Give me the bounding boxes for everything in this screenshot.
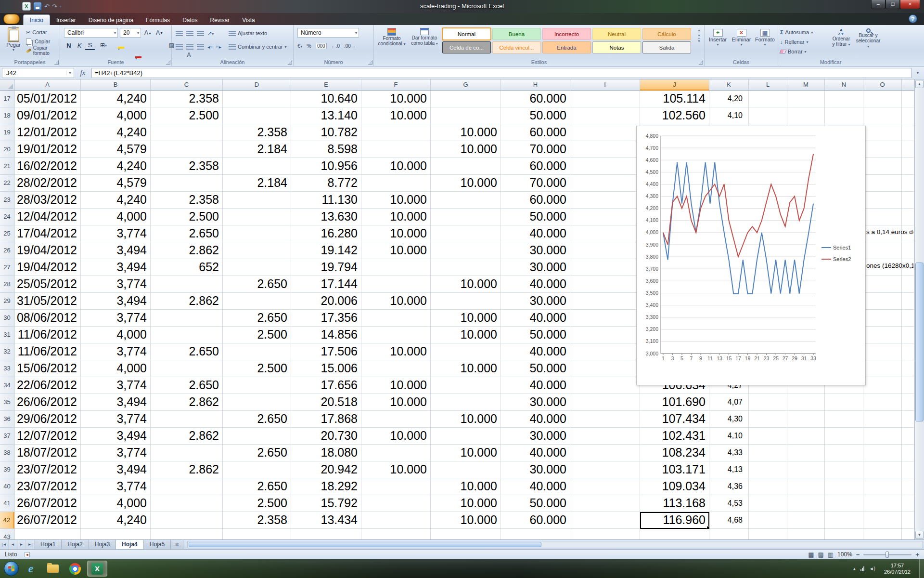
cell-O42[interactable] [863, 512, 902, 529]
cell-G37[interactable] [431, 428, 501, 445]
cell-C40[interactable] [151, 478, 223, 495]
row-header-38[interactable]: 38 [0, 445, 14, 461]
cell-C39[interactable]: 2.862 [151, 461, 223, 478]
volume-icon[interactable]: ◄) [869, 566, 875, 571]
cell-O24[interactable] [863, 209, 902, 225]
cell-O35[interactable] [863, 394, 902, 411]
decrease-decimal-icon[interactable]: .00→ [344, 43, 356, 49]
cell-partial[interactable] [902, 310, 914, 327]
scroll-down-icon[interactable]: ▼ [915, 531, 924, 539]
cell-B30[interactable]: 3,774 [81, 310, 151, 327]
cell-A30[interactable]: 08/06/2012 [14, 310, 81, 327]
cell-style-chip[interactable]: Cálculo [642, 28, 691, 40]
cell-D38[interactable]: 2.650 [223, 445, 291, 461]
cell-partial[interactable] [902, 276, 914, 293]
cell-K39[interactable]: 4,13 [709, 461, 749, 478]
column-header-partial[interactable] [902, 79, 914, 91]
cell-H37[interactable]: 30.000 [501, 428, 570, 445]
cell-E17[interactable]: 10.640 [291, 91, 361, 107]
cell-K36[interactable]: 4,30 [709, 411, 749, 428]
cell-F34[interactable]: 10.000 [361, 377, 431, 394]
cell-K42[interactable]: 4,68 [709, 512, 749, 529]
gallery-scroll-down-icon[interactable]: ▾ [698, 33, 700, 38]
cell-F37[interactable]: 10.000 [361, 428, 431, 445]
gallery-scroll-up-icon[interactable]: ▴ [698, 28, 700, 32]
cell-O31[interactable] [863, 327, 902, 343]
cell-O18[interactable] [863, 107, 902, 124]
sort-filter-button[interactable]: AZ▼ Ordenary filtrar ▾ [828, 28, 854, 47]
cell-K41[interactable]: 4,53 [709, 495, 749, 512]
cell-I30[interactable] [570, 310, 640, 327]
cell-E31[interactable]: 14.856 [291, 327, 361, 343]
vertical-scrollbar[interactable]: ▲ ▼ [914, 79, 924, 539]
cell-G24[interactable] [431, 209, 501, 225]
cell-B18[interactable]: 4,000 [81, 107, 151, 124]
cell-F24[interactable]: 10.000 [361, 209, 431, 225]
cell-B40[interactable]: 3,774 [81, 478, 151, 495]
cell-H23[interactable]: 60.000 [501, 192, 570, 209]
cell-partial[interactable] [902, 377, 914, 394]
record-macro-icon[interactable] [25, 552, 30, 557]
row-header-17[interactable]: 17 [0, 91, 14, 107]
cell-G39[interactable] [431, 461, 501, 478]
wrap-text-button[interactable]: Ajustar texto [229, 29, 267, 38]
cell-I23[interactable] [570, 192, 640, 209]
close-button[interactable]: × [900, 0, 920, 9]
increase-indent-icon[interactable]: ≡▸ [216, 44, 221, 50]
cell-I25[interactable] [570, 225, 640, 242]
align-top-icon[interactable] [176, 31, 183, 36]
cell-F19[interactable] [361, 124, 431, 141]
cell-F21[interactable]: 10.000 [361, 158, 431, 175]
row-header-34[interactable]: 34 [0, 377, 14, 394]
cell-C37[interactable]: 2.862 [151, 428, 223, 445]
cell-F39[interactable]: 10.000 [361, 461, 431, 478]
cell-O23[interactable] [863, 192, 902, 209]
cell-D37[interactable] [223, 428, 291, 445]
cell-F35[interactable]: 10.000 [361, 394, 431, 411]
last-sheet-icon[interactable]: ►| [26, 540, 35, 549]
cell-H32[interactable]: 40.000 [501, 343, 570, 360]
sheet-tab-hoja5[interactable]: Hoja5 [144, 540, 171, 549]
ribbon-tab-3[interactable]: Fórmulas [140, 15, 176, 25]
cell-F28[interactable] [361, 276, 431, 293]
cell-I22[interactable] [570, 175, 640, 192]
cell-F20[interactable] [361, 141, 431, 158]
cell-style-chip[interactable]: Neutral [592, 28, 641, 40]
cell-partial[interactable] [902, 175, 914, 192]
cell-E30[interactable]: 17.356 [291, 310, 361, 327]
cell-style-chip[interactable]: Buena [492, 28, 541, 40]
orientation-icon[interactable]: ↗▾ [207, 30, 214, 37]
cell-G41[interactable]: 10.000 [431, 495, 501, 512]
row-header-40[interactable]: 40 [0, 478, 14, 495]
underline-button[interactable]: S [85, 40, 95, 50]
cell-partial[interactable] [902, 445, 914, 461]
cell-C42[interactable] [151, 512, 223, 529]
cell-J39[interactable]: 103.171 [640, 461, 709, 478]
office-button[interactable] [3, 14, 20, 24]
cell-I37[interactable] [570, 428, 640, 445]
cell-O34[interactable] [863, 377, 902, 394]
scroll-up-icon[interactable]: ▲ [915, 80, 924, 88]
cell-D25[interactable] [223, 225, 291, 242]
grow-font-button[interactable]: A▲ [143, 28, 153, 38]
column-header-G[interactable]: G [431, 79, 501, 91]
cell-J43[interactable] [640, 529, 709, 539]
cell-G26[interactable] [431, 242, 501, 259]
cell-C21[interactable]: 2.358 [151, 158, 223, 175]
cell-I41[interactable] [570, 495, 640, 512]
row-header-26[interactable]: 26 [0, 242, 14, 259]
cell-H26[interactable]: 30.000 [501, 242, 570, 259]
cell-C19[interactable] [151, 124, 223, 141]
row-header-36[interactable]: 36 [0, 411, 14, 428]
cell-D40[interactable]: 2.650 [223, 478, 291, 495]
zoom-in-icon[interactable]: + [915, 551, 919, 558]
cell-A25[interactable]: 17/04/2012 [14, 225, 81, 242]
cell-I43[interactable] [570, 529, 640, 539]
cell-E24[interactable]: 13.630 [291, 209, 361, 225]
cell-D39[interactable] [223, 461, 291, 478]
cell-O29[interactable] [863, 293, 902, 310]
bold-button[interactable]: N [64, 40, 74, 50]
cell-I32[interactable] [570, 343, 640, 360]
cell-G40[interactable]: 10.000 [431, 478, 501, 495]
cell-D22[interactable]: 2.184 [223, 175, 291, 192]
